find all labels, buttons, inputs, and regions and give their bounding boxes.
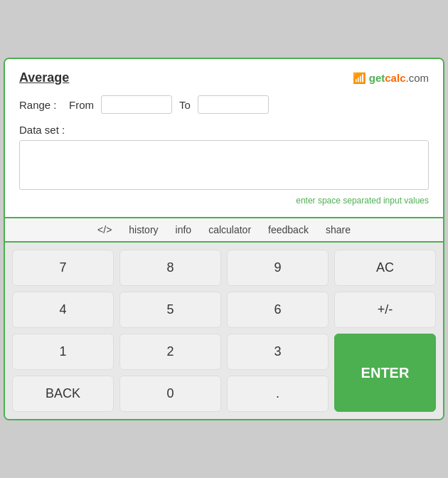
calculator-container: Average 📶 getcalc.com Range : From To Da… — [4, 58, 444, 420]
brand-logo: 📶 getcalc.com — [353, 72, 429, 85]
dataset-hint: enter space separated input values — [19, 196, 429, 206]
key-enter[interactable]: ENTER — [334, 334, 436, 412]
nav-share[interactable]: share — [326, 224, 351, 235]
brand-suffix: .com — [405, 72, 429, 84]
nav-bar: </> history info calculator feedback sha… — [5, 218, 443, 243]
range-label: Range : — [19, 99, 62, 111]
key-9[interactable]: 9 — [227, 250, 329, 286]
range-from-label: From — [69, 99, 94, 111]
dataset-section: Data set : enter space separated input v… — [19, 124, 429, 206]
brand-get: get — [369, 72, 385, 84]
key-ac[interactable]: AC — [334, 250, 436, 286]
brand-icon: 📶 — [353, 72, 366, 84]
nav-embed[interactable]: </> — [97, 224, 112, 235]
range-from-input[interactable] — [101, 95, 172, 114]
nav-history[interactable]: history — [129, 224, 158, 235]
range-to-label: To — [179, 99, 191, 111]
key-3[interactable]: 3 — [227, 334, 329, 370]
key-8[interactable]: 8 — [119, 250, 221, 286]
nav-calculator[interactable]: calculator — [208, 224, 251, 235]
key-dot[interactable]: . — [227, 376, 329, 412]
key-2[interactable]: 2 — [119, 334, 221, 370]
key-4[interactable]: 4 — [12, 292, 114, 328]
dataset-label: Data set : — [19, 124, 429, 136]
key-5[interactable]: 5 — [119, 292, 221, 328]
range-to-input[interactable] — [198, 95, 269, 114]
brand-calc: calc — [385, 72, 405, 84]
key-6[interactable]: 6 — [227, 292, 329, 328]
key-0[interactable]: 0 — [119, 376, 221, 412]
nav-info[interactable]: info — [176, 224, 192, 235]
app-header: Average 📶 getcalc.com — [19, 70, 429, 85]
key-1[interactable]: 1 — [12, 334, 114, 370]
key-back[interactable]: BACK — [12, 376, 114, 412]
dataset-textarea[interactable] — [19, 140, 429, 190]
top-section: Average 📶 getcalc.com Range : From To Da… — [5, 59, 443, 218]
range-row: Range : From To — [19, 95, 429, 114]
app-title: Average — [19, 70, 69, 85]
key-7[interactable]: 7 — [12, 250, 114, 286]
keypad: 7 8 9 AC 4 5 6 +/- 1 2 3 ENTER BACK 0 . — [5, 243, 443, 419]
key-plus-minus[interactable]: +/- — [334, 292, 436, 328]
nav-feedback[interactable]: feedback — [268, 224, 309, 235]
